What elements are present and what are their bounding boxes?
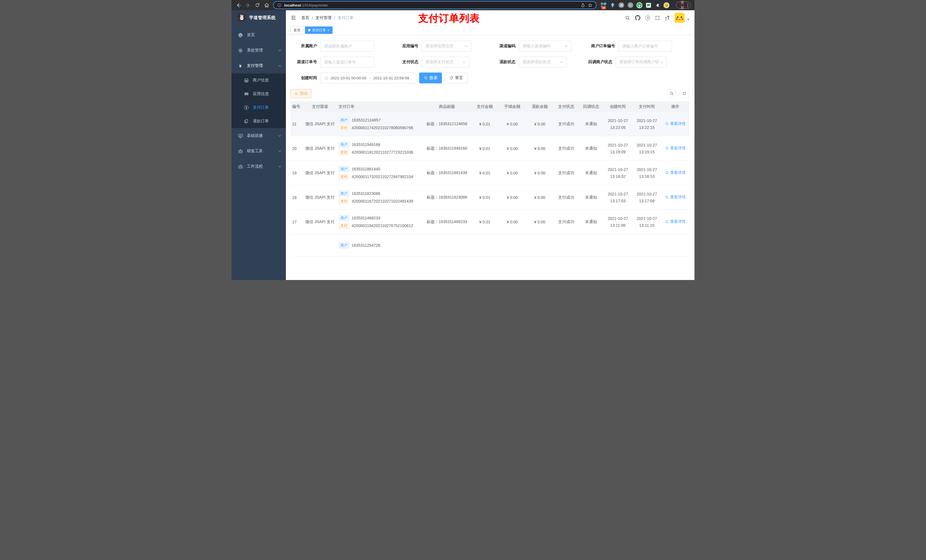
sidebar-item-home[interactable]: 首页 bbox=[232, 27, 286, 43]
refund-status-select[interactable]: 请选择退款状态 bbox=[519, 57, 567, 68]
sidebar-item-refund-order[interactable]: 退款订单 bbox=[232, 115, 286, 128]
filter-label: 支付状态 bbox=[387, 59, 422, 65]
sidebar-item-label: 系统管理 bbox=[247, 48, 274, 53]
forward-icon[interactable] bbox=[244, 2, 251, 9]
show-search-button[interactable] bbox=[667, 89, 676, 98]
sidebar-item-label: 工作流程 bbox=[247, 164, 274, 169]
tab-pay-order[interactable]: 支付订单 × bbox=[305, 26, 333, 34]
pay-tag: 支付 bbox=[339, 149, 350, 155]
extension-command-icon[interactable]: ⌘ bbox=[619, 2, 625, 8]
extensions-puzzle-icon[interactable] bbox=[655, 2, 661, 8]
help-icon[interactable]: ? bbox=[645, 15, 650, 20]
channel-code-select[interactable]: 请输入渠道编码 bbox=[519, 41, 572, 51]
col-pay-status: 支付状态 bbox=[554, 101, 579, 112]
col-order: 支付订单 bbox=[337, 101, 423, 112]
chevron-down-icon bbox=[278, 166, 281, 168]
pay-tag: 支付 bbox=[339, 125, 350, 131]
search-button[interactable]: 搜索 bbox=[419, 72, 442, 83]
range-start: 2021-10-01 00:00:00 bbox=[331, 76, 366, 80]
pay-tag: 支付 bbox=[339, 222, 350, 229]
extension-badge: 10 bbox=[601, 6, 606, 9]
payment-submenu: 商户信息 应用信息 ¥ 支付订单 bbox=[232, 73, 286, 128]
github-icon[interactable] bbox=[635, 15, 640, 21]
sidebar-item-label: 退款订单 bbox=[253, 119, 286, 124]
sidebar-item-system[interactable]: 系统管理 bbox=[232, 43, 286, 58]
sidebar-menu: 首页 系统管理 ¥ 支付管理 bbox=[232, 25, 286, 174]
extension-balloon-icon[interactable] bbox=[610, 2, 616, 8]
table-row: 17 微信 JSAPI 支付 商户1635311468233 支付4200001… bbox=[291, 210, 689, 234]
sidebar-item-merchant-info[interactable]: 商户信息 bbox=[232, 73, 286, 87]
merchant-select[interactable] bbox=[320, 41, 374, 51]
app-select[interactable]: 请选择应用信息 bbox=[422, 41, 472, 51]
merchant-tag: 商户 bbox=[339, 117, 350, 123]
sidebar-item-pay-order[interactable]: ¥ 支付订单 bbox=[232, 101, 286, 115]
sidebar-item-dev-tools[interactable]: 研发工具 bbox=[232, 143, 286, 159]
close-icon[interactable]: × bbox=[327, 29, 330, 32]
header-actions: ? TT bbox=[625, 13, 689, 23]
filter-label: 渠道编码 bbox=[485, 44, 519, 49]
page-content: 所属商户 应用编号 请选择应用信息 渠道编码 请输入渠道编码 bbox=[286, 35, 694, 280]
view-detail-link[interactable]: 查看详情 bbox=[665, 195, 685, 200]
sidebar-item-infrastructure[interactable]: 基础设施 bbox=[232, 128, 286, 143]
sidebar-item-app-info[interactable]: 应用信息 bbox=[232, 87, 286, 101]
yen-icon: ¥ bbox=[238, 63, 243, 68]
extension-record-icon[interactable] bbox=[628, 2, 634, 8]
pay-status-select[interactable]: 请选择支付状态 bbox=[422, 57, 469, 68]
reload-icon[interactable] bbox=[254, 2, 261, 9]
merchant-tag: 商户 bbox=[339, 142, 350, 148]
site-info-icon[interactable] bbox=[277, 3, 281, 8]
screen: localhost:1024/pay/order 10 ⌘ y bbox=[232, 0, 694, 280]
col-actions: 操作 bbox=[661, 101, 689, 112]
page-header: 首页 / 支付管理 / 支付订单 ? bbox=[286, 10, 694, 26]
extension-tabs-icon[interactable]: 10 bbox=[601, 2, 607, 8]
sidebar-item-label: 基础设施 bbox=[247, 133, 274, 138]
share-icon[interactable] bbox=[581, 3, 585, 8]
export-button[interactable]: 导出 bbox=[291, 89, 312, 98]
sidebar-item-payment[interactable]: ¥ 支付管理 bbox=[232, 58, 286, 73]
sidebar-item-workflow[interactable]: 工作流程 bbox=[232, 159, 286, 174]
notify-status-select[interactable]: 请选择订单回调商户状态 bbox=[616, 57, 667, 68]
merchant-tag: 商户 bbox=[339, 242, 350, 248]
view-detail-link[interactable]: 查看详情 bbox=[665, 146, 685, 151]
logo-image bbox=[237, 13, 246, 22]
chevron-down-icon bbox=[564, 45, 568, 47]
user-avatar[interactable] bbox=[675, 13, 684, 23]
channel-order-no-input[interactable] bbox=[320, 57, 374, 68]
extension-chat-icon[interactable] bbox=[646, 2, 652, 8]
reset-button[interactable]: 重置 bbox=[445, 72, 468, 83]
font-size-icon[interactable]: TT bbox=[665, 16, 670, 20]
table-row-partial: 商户1635311254726 bbox=[291, 234, 689, 257]
breadcrumb-home[interactable]: 首页 bbox=[301, 15, 309, 21]
tab-home[interactable]: 首页 bbox=[291, 26, 304, 34]
app-title: 芋道管理系统 bbox=[249, 15, 275, 21]
create-time-range-picker[interactable]: 2021-10-01 00:00:00 - 2021-10-31 23:59:5… bbox=[320, 72, 416, 83]
extension-yuque-icon[interactable]: y bbox=[636, 2, 642, 8]
sidebar-fold-icon[interactable] bbox=[291, 15, 296, 21]
profile-emoji-icon[interactable] bbox=[663, 2, 669, 8]
chevron-down-icon bbox=[660, 61, 663, 63]
search-icon[interactable] bbox=[625, 15, 630, 21]
view-detail-link[interactable]: 查看详情 bbox=[665, 219, 685, 224]
view-detail-link[interactable]: 查看详情 bbox=[665, 121, 685, 126]
merchant-tag: 商户 bbox=[339, 215, 350, 221]
pay-tag: 支付 bbox=[339, 198, 350, 204]
merchant-order-no-input[interactable] bbox=[619, 41, 672, 51]
shop-icon bbox=[244, 78, 249, 83]
bookmark-star-icon[interactable] bbox=[588, 3, 593, 8]
chevron-down-icon bbox=[278, 50, 281, 51]
browser-update-button[interactable]: 更新 bbox=[676, 2, 691, 9]
filter-label: 商户订单编号 bbox=[580, 44, 619, 49]
fullscreen-icon[interactable] bbox=[655, 15, 660, 21]
view-detail-link[interactable]: 查看详情 bbox=[665, 170, 685, 175]
url-bar[interactable]: localhost:1024/pay/order bbox=[273, 1, 596, 9]
back-icon[interactable] bbox=[235, 2, 242, 9]
avatar-caret-icon[interactable] bbox=[687, 19, 689, 21]
table-row: 21 微信 JSAPI 支付 商户1635312124657 支付4200001… bbox=[291, 112, 689, 136]
col-pay-time: 支付时间 bbox=[632, 101, 661, 112]
breadcrumb-pay-manage[interactable]: 支付管理 bbox=[316, 15, 331, 21]
home-icon[interactable] bbox=[263, 2, 270, 9]
refresh-button[interactable] bbox=[679, 89, 689, 98]
active-tab-dot bbox=[308, 29, 310, 31]
merchant-tag: 商户 bbox=[339, 166, 350, 172]
col-channel: 支付渠道 bbox=[303, 101, 337, 112]
